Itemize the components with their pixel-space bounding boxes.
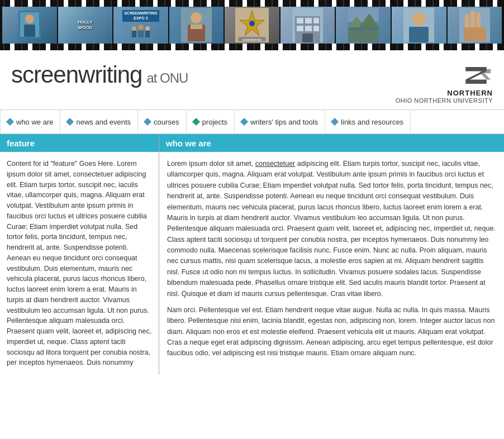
film-holes-top: [0, 0, 504, 7]
who-we-are-column: who we are Lorem ipsum dolor sit amet, c…: [159, 134, 504, 375]
film-frame-text-3: SCREENWRITINGEXPO 3: [121, 9, 160, 41]
svg-rect-26: [305, 26, 312, 31]
svg-point-4: [132, 26, 136, 31]
film-frame-2: HOLLYWOOD: [58, 7, 113, 44]
nav-item-who-we-are[interactable]: who we are: [0, 110, 60, 133]
svg-rect-22: [297, 18, 303, 23]
nav-item-news-events[interactable]: news and events: [60, 110, 138, 133]
nav-item-links-resources[interactable]: links and resources: [325, 110, 411, 133]
svg-rect-23: [305, 18, 312, 23]
film-frame-5: SCREENWRITING: [225, 7, 279, 44]
nav-bar: who we are news and events courses proje…: [0, 110, 504, 133]
svg-rect-3: [24, 25, 35, 37]
title-area: screenwritingat ONU NORTHERN OHIO NORTHE…: [0, 50, 504, 109]
feature-column: feature Content for id "feature" Goes He…: [0, 134, 159, 375]
who-paragraph-2: Nam orci. Pellentesque vel est. Etiam he…: [167, 305, 496, 359]
svg-marker-44: [481, 69, 491, 80]
feature-header: feature: [0, 134, 159, 152]
title-left: screenwritingat ONU: [11, 61, 188, 88]
nav-diamond-links-resources: [331, 118, 339, 126]
main-nav: who we are news and events courses proje…: [0, 109, 504, 134]
who-we-are-header: who we are: [159, 134, 504, 152]
film-frame-1: [2, 7, 57, 44]
svg-point-8: [145, 26, 150, 31]
nav-item-projects[interactable]: projects: [187, 110, 235, 133]
nav-diamond-news-events: [66, 118, 74, 126]
svg-rect-41: [464, 27, 486, 41]
svg-rect-9: [145, 31, 150, 37]
nav-item-writers-tips[interactable]: writers' tips and tools: [235, 110, 325, 133]
logo-graphic: [396, 64, 493, 87]
nav-diamond-writers-tips: [240, 118, 248, 126]
svg-rect-24: [313, 18, 319, 23]
main-content: feature Content for id "feature" Goes He…: [0, 134, 504, 375]
svg-rect-27: [313, 26, 319, 31]
svg-rect-38: [470, 11, 475, 30]
film-frame-8: [392, 7, 446, 44]
onu-logo: NORTHERN OHIO NORTHERN UNIVERSITY: [396, 61, 493, 104]
university-name: NORTHERN: [396, 89, 493, 97]
film-frame-text-2: HOLLYWOOD: [77, 18, 93, 31]
who-we-are-body: Lorem ipsum dolor sit amet, consectetuer…: [159, 152, 504, 371]
film-frame-3: SCREENWRITINGEXPO 3: [113, 7, 168, 44]
svg-rect-28: [302, 34, 313, 42]
film-frame-6: [280, 7, 335, 44]
film-strip: HOLLYWOOD SCREENWRITINGEXPO 3: [0, 0, 504, 50]
onu-logo-svg: [459, 64, 493, 87]
who-paragraph-1: Lorem ipsum dolor sit amet, consectetuer…: [167, 159, 496, 299]
university-full: OHIO NORTHERN UNIVERSITY: [396, 97, 493, 104]
nav-item-courses[interactable]: courses: [138, 110, 187, 133]
film-frame-7: [336, 7, 391, 44]
svg-rect-13: [191, 25, 202, 29]
film-images: HOLLYWOOD SCREENWRITINGEXPO 3: [0, 0, 504, 50]
svg-rect-25: [297, 26, 303, 31]
svg-point-6: [138, 25, 144, 30]
nav-diamond-who-we-are: [6, 118, 14, 126]
film-frame-9: [448, 7, 502, 44]
svg-point-11: [191, 12, 202, 23]
nav-diamond-projects: [192, 118, 200, 126]
nav-diamond-courses: [144, 118, 151, 126]
svg-point-35: [412, 12, 426, 26]
film-frame-4: [169, 7, 224, 44]
svg-text:SCREENWRITING: SCREENWRITING: [243, 39, 261, 41]
svg-rect-7: [138, 31, 144, 37]
svg-point-2: [25, 15, 34, 23]
consectetuer-link[interactable]: consectetuer: [255, 160, 296, 168]
film-holes-bottom: [0, 44, 504, 50]
page-title: screenwritingat ONU: [11, 61, 188, 88]
svg-point-17: [249, 21, 255, 26]
svg-rect-36: [409, 27, 429, 42]
svg-rect-5: [132, 31, 136, 37]
feature-body: Content for id "feature" Goes Here. Lore…: [0, 152, 159, 375]
